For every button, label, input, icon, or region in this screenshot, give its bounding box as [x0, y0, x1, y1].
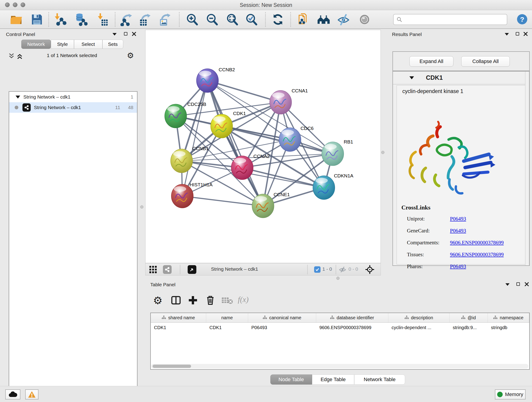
network-node-CCNE1[interactable]: [252, 194, 274, 218]
tab-sets[interactable]: Sets: [102, 40, 123, 49]
import-network-from-file-button[interactable]: [53, 13, 66, 26]
navigator-icon[interactable]: [188, 265, 196, 274]
network-node-CDC6[interactable]: [279, 128, 301, 152]
collapse-all-networks-icon[interactable]: [8, 53, 15, 61]
network-node-CDC25B[interactable]: [165, 104, 187, 128]
selected-checkbox-icon[interactable]: [314, 266, 321, 273]
search-bar[interactable]: [393, 14, 507, 25]
network-node-CCNB1[interactable]: [171, 149, 193, 173]
table-horizontal-scrollbar[interactable]: [151, 364, 528, 369]
float-panel-button[interactable]: [505, 283, 510, 286]
column-header-canonical-name[interactable]: canonical name: [248, 313, 316, 322]
zoom-selected-button[interactable]: [245, 13, 258, 26]
create-column-icon[interactable]: [187, 295, 198, 306]
genecard-link[interactable]: P06493: [450, 228, 466, 234]
column-header-name[interactable]: name: [206, 313, 248, 322]
search-input[interactable]: [402, 17, 503, 22]
float-panel-button[interactable]: [505, 33, 509, 36]
birds-eye-crosshair-icon[interactable]: [365, 265, 375, 275]
tab-style[interactable]: Style: [51, 40, 74, 49]
results-scrollbar[interactable]: [525, 71, 529, 265]
grid-view-icon[interactable]: [149, 266, 157, 274]
network-node-CCNA1[interactable]: [270, 90, 292, 114]
show-all-button[interactable]: [358, 13, 371, 26]
maximize-panel-button[interactable]: [124, 32, 127, 36]
export-image-button[interactable]: [158, 13, 171, 26]
table-scrollbar-thumb[interactable]: [152, 365, 191, 368]
network-node-CCNA2[interactable]: [231, 156, 253, 180]
network-node-RB1[interactable]: [322, 142, 344, 166]
table-cell[interactable]: cyclin-dependent ...: [388, 323, 450, 332]
close-panel-button[interactable]: [525, 282, 529, 286]
string-view-icon[interactable]: [163, 265, 172, 274]
network-collection-row[interactable]: String Network – cdk1 1: [9, 92, 137, 102]
float-panel-button[interactable]: [113, 33, 117, 36]
network-edge-HIST1H1A-CCNE1[interactable]: [182, 196, 263, 206]
bottom-splitter-handle[interactable]: [336, 277, 340, 280]
network-node-CDK1[interactable]: [210, 114, 233, 138]
zoom-out-button[interactable]: [206, 13, 219, 26]
network-edge-CCNB2-CCNA1[interactable]: [207, 81, 280, 102]
close-panel-button[interactable]: [132, 32, 136, 36]
maximize-panel-button[interactable]: [516, 282, 520, 286]
save-session-button[interactable]: [30, 13, 44, 26]
network-edge-CCNB2-CCNE1[interactable]: [207, 81, 263, 206]
column-header-database-identifier[interactable]: database identifier: [316, 313, 388, 322]
cdk1-entry-header[interactable]: CDK1: [393, 71, 525, 84]
first-neighbors-button[interactable]: [317, 13, 330, 26]
table-cell[interactable]: P06493: [248, 323, 316, 332]
column-header-description[interactable]: description: [388, 313, 450, 322]
tissues-link[interactable]: 9606.ENSP00000378699: [450, 252, 504, 257]
memory-status-button[interactable]: Memory: [495, 389, 526, 400]
tab-network[interactable]: Network: [21, 40, 51, 49]
tab-edge-table[interactable]: Edge Table: [312, 375, 354, 385]
delete-column-icon[interactable]: [205, 295, 216, 306]
zoom-fit-content-button[interactable]: [226, 13, 239, 26]
export-network-to-file-button[interactable]: [120, 13, 133, 26]
tab-select[interactable]: Select: [74, 40, 102, 49]
show-columns-icon[interactable]: [171, 295, 181, 306]
import-network-from-database-button[interactable]: [74, 13, 88, 26]
left-splitter-handle[interactable]: [140, 205, 143, 209]
network-node-HIST1H1A[interactable]: [171, 184, 193, 208]
warning-status-button[interactable]: [25, 389, 38, 400]
network-view-canvas[interactable]: CCNB2CCNA1CDC25BCDK1CDC6RB1CCNB1CCNA2CDK…: [145, 30, 381, 263]
new-network-from-selection-button[interactable]: [297, 13, 310, 26]
network-options-gear-icon[interactable]: ⚙: [127, 51, 134, 60]
right-splitter-handle[interactable]: [381, 151, 385, 154]
network-row-selected[interactable]: String Network – cdk1 11 48: [9, 102, 137, 113]
zoom-in-button[interactable]: [186, 13, 199, 26]
help-button[interactable]: ?: [516, 13, 528, 25]
maximize-panel-button[interactable]: [516, 32, 519, 36]
tab-network-table[interactable]: Network Table: [354, 375, 405, 385]
hide-selected-button[interactable]: [337, 13, 350, 26]
table-options-gear-icon[interactable]: ⚙: [153, 294, 162, 307]
table-cell[interactable]: CDK1: [151, 323, 206, 332]
delete-table-icon[interactable]: [221, 295, 232, 306]
export-table-to-file-button[interactable]: [139, 13, 152, 26]
entry-collapse-icon[interactable]: [409, 76, 414, 79]
column-header-namespace[interactable]: namespace: [488, 313, 529, 322]
import-table-from-file-button[interactable]: [95, 13, 109, 26]
pharos-link[interactable]: P06493: [450, 264, 466, 269]
apply-preferred-layout-button[interactable]: [271, 13, 285, 26]
cloud-status-button[interactable]: [5, 389, 20, 400]
collapse-all-button[interactable]: Collapse All: [461, 56, 510, 67]
expand-all-button[interactable]: Expand All: [409, 56, 453, 67]
expand-all-networks-icon[interactable]: [17, 53, 23, 61]
uniprot-link[interactable]: P06493: [450, 216, 466, 222]
collection-expand-icon[interactable]: [16, 96, 20, 99]
tab-node-table[interactable]: Node Table: [270, 375, 312, 385]
table-cell[interactable]: 9606.ENSP00000378699: [316, 323, 388, 332]
open-session-button[interactable]: [10, 13, 23, 26]
column-header--id[interactable]: @id: [450, 313, 488, 322]
column-header-shared-name[interactable]: shared name: [151, 313, 206, 322]
table-row[interactable]: CDK1CDK1P064939606.ENSP00000378699cyclin…: [151, 323, 529, 332]
table-cell[interactable]: stringdb:9...: [450, 323, 488, 332]
close-panel-button[interactable]: [524, 32, 528, 36]
string-network-graph[interactable]: CCNB2CCNA1CDC25BCDK1CDC6RB1CCNB1CCNA2CDK…: [146, 30, 380, 263]
table-cell[interactable]: CDK1: [206, 323, 248, 332]
network-node-CCNB2[interactable]: [196, 69, 219, 93]
compartments-link[interactable]: 9606.ENSP00000378699: [450, 240, 504, 245]
network-node-CDKN1A[interactable]: [313, 176, 335, 200]
